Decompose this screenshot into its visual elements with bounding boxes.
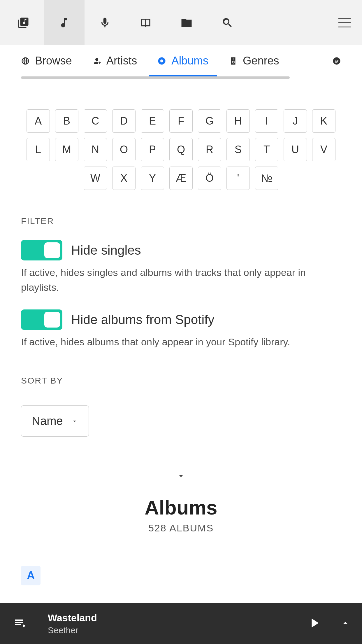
- track-title: Wasteland: [48, 612, 288, 624]
- hide-singles-label: Hide singles: [71, 243, 141, 258]
- svg-point-0: [333, 57, 340, 64]
- chevron-down-icon: [71, 418, 78, 425]
- alpha-btn-B[interactable]: B: [55, 109, 78, 133]
- subnav-genres-label: Genres: [243, 55, 279, 67]
- now-playing-bar: Wasteland Seether: [0, 603, 362, 644]
- toolbar-tab-search[interactable]: [207, 0, 248, 45]
- sort-selected-value: Name: [32, 414, 63, 428]
- hide-spotify-label: Hide albums from Spotify: [71, 312, 215, 327]
- filter-heading: FILTER: [21, 216, 341, 226]
- expand-button[interactable]: [340, 618, 350, 629]
- music-note-icon: [58, 17, 70, 29]
- subnav-browse-label: Browse: [35, 55, 72, 67]
- subnav-spotify[interactable]: [332, 50, 341, 72]
- scroll-indicator: [21, 76, 290, 79]
- mic-icon: [99, 17, 111, 29]
- alpha-btn-V[interactable]: V: [312, 138, 335, 161]
- alpha-btn-Æ[interactable]: Æ: [169, 167, 193, 190]
- alpha-btn-P[interactable]: P: [141, 138, 164, 161]
- hide-singles-toggle[interactable]: [21, 240, 62, 260]
- alpha-btn-J[interactable]: J: [284, 109, 307, 133]
- subnav-genres[interactable]: Genres: [229, 48, 279, 74]
- chevron-up-icon: [340, 618, 350, 628]
- alpha-btn-U[interactable]: U: [284, 138, 307, 161]
- album-icon: [157, 57, 166, 65]
- alpha-btn-K[interactable]: K: [312, 109, 335, 133]
- alpha-btn-I[interactable]: I: [255, 109, 278, 133]
- subnav-albums[interactable]: Albums: [157, 48, 208, 74]
- queue-icon: [12, 616, 29, 630]
- globe-icon: [21, 57, 30, 65]
- toolbar-tab-library[interactable]: [3, 0, 44, 45]
- toolbar-menu[interactable]: [330, 0, 359, 45]
- alpha-btn-N[interactable]: N: [84, 138, 107, 161]
- library-music-icon: [17, 17, 29, 29]
- alpha-btn-G[interactable]: G: [198, 109, 221, 133]
- hide-spotify-desc: If active, hides albums that only appear…: [21, 335, 341, 349]
- speaker-icon: [229, 57, 238, 65]
- toolbar-tab-music[interactable]: [44, 0, 85, 45]
- subnav-albums-label: Albums: [171, 55, 208, 67]
- album-count: 528 ALBUMS: [21, 522, 341, 534]
- queue-button[interactable]: [12, 616, 29, 631]
- spotify-icon: [332, 57, 341, 65]
- page-title-block: Albums 528 ALBUMS: [21, 496, 341, 534]
- book-open-icon: [140, 17, 152, 29]
- filter-hide-spotify-row: Hide albums from Spotify: [21, 309, 341, 330]
- alpha-btn-H[interactable]: H: [226, 109, 250, 133]
- alpha-btn-E[interactable]: E: [141, 109, 164, 133]
- alphabet-grid: ABCDEFGHIJKLMNOPQRSTUVWXYÆÖ'№: [21, 109, 341, 190]
- alpha-btn-L[interactable]: L: [27, 138, 50, 161]
- alpha-btn-O[interactable]: O: [112, 138, 136, 161]
- collapse-toggle[interactable]: [21, 472, 341, 482]
- subnav-artists-label: Artists: [106, 55, 137, 67]
- alpha-btn-C[interactable]: C: [84, 109, 107, 133]
- page-title: Albums: [21, 496, 341, 519]
- subnav-browse[interactable]: Browse: [21, 48, 72, 74]
- alpha-btn-№[interactable]: №: [255, 167, 278, 190]
- track-artist: Seether: [48, 625, 288, 635]
- play-icon: [307, 615, 322, 631]
- alpha-btn-'[interactable]: ': [226, 167, 250, 190]
- search-icon: [221, 17, 233, 29]
- alpha-btn-F[interactable]: F: [169, 109, 193, 133]
- artist-icon: [92, 57, 101, 65]
- hide-singles-desc: If active, hides singles and albums with…: [21, 265, 341, 295]
- now-playing-track[interactable]: Wasteland Seether: [48, 612, 288, 635]
- alpha-btn-R[interactable]: R: [198, 138, 221, 161]
- alpha-btn-X[interactable]: X: [112, 167, 136, 190]
- alpha-btn-Ö[interactable]: Ö: [198, 167, 221, 190]
- chevron-down-icon: [177, 472, 185, 480]
- toolbar-tab-book[interactable]: [125, 0, 166, 45]
- toolbar-tab-mic[interactable]: [85, 0, 125, 45]
- hide-spotify-toggle[interactable]: [21, 309, 62, 330]
- main-content: ABCDEFGHIJKLMNOPQRSTUVWXYÆÖ'№ FILTER Hid…: [0, 79, 362, 585]
- filter-hide-singles-row: Hide singles: [21, 240, 341, 260]
- subnav: Browse Artists Albums Genres: [0, 45, 362, 79]
- toolbar-tab-folder[interactable]: [166, 0, 207, 45]
- top-toolbar: [0, 0, 362, 45]
- hamburger-icon: [338, 18, 351, 27]
- alpha-btn-M[interactable]: M: [55, 138, 78, 161]
- subnav-artists[interactable]: Artists: [92, 48, 137, 74]
- sort-heading: SORT BY: [21, 376, 341, 386]
- sort-select[interactable]: Name: [21, 405, 89, 437]
- play-button[interactable]: [307, 615, 322, 632]
- alpha-btn-W[interactable]: W: [84, 167, 107, 190]
- alpha-btn-Y[interactable]: Y: [141, 167, 164, 190]
- alpha-btn-T[interactable]: T: [255, 138, 278, 161]
- folder-icon: [180, 17, 193, 29]
- section-letter-badge: A: [21, 566, 41, 585]
- alpha-btn-D[interactable]: D: [112, 109, 136, 133]
- alpha-btn-Q[interactable]: Q: [169, 138, 193, 161]
- alpha-btn-S[interactable]: S: [226, 138, 250, 161]
- alpha-btn-A[interactable]: A: [27, 109, 50, 133]
